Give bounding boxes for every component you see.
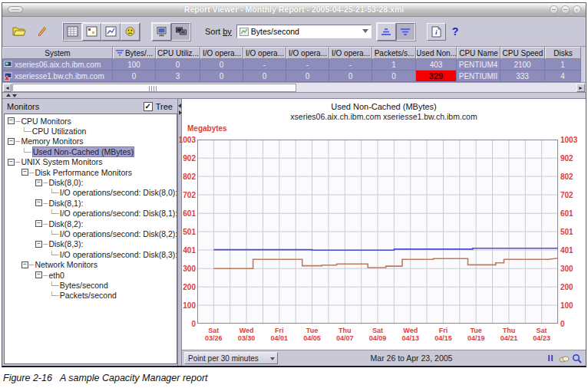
value-cell[interactable]: PENTIUMII xyxy=(457,71,500,82)
column-header-11[interactable]: Disks xyxy=(545,47,581,59)
scroll-left-icon[interactable]: ◄ xyxy=(3,84,12,92)
tree-item[interactable]: └─I/O operations/second: Disk(8,2): xyxy=(5,229,177,238)
tree-item[interactable]: └─CPU Utilization xyxy=(5,126,177,136)
value-cell[interactable]: 333 xyxy=(500,71,545,82)
column-header-6[interactable]: I/O opera... xyxy=(329,47,372,59)
column-header-9[interactable]: CPU Name xyxy=(457,47,500,59)
tree-item-label[interactable]: eth0 xyxy=(48,271,64,280)
value-cell[interactable]: PENTIUM4 xyxy=(457,59,500,71)
trend-icon[interactable]: II xyxy=(545,353,557,364)
tree-item[interactable]: └─I/O operations/second: Disk(8,3): xyxy=(5,249,177,259)
minimize-button[interactable] xyxy=(550,5,558,14)
tree-item-label[interactable]: I/O operations/second: Disk(8,2): xyxy=(60,229,177,238)
tree-item-label[interactable]: UNIX System Monitors xyxy=(21,157,102,166)
column-header-8[interactable]: Used Non... xyxy=(416,47,457,59)
tree-item[interactable]: └─Used Non-Cached (MBytes) xyxy=(5,146,177,156)
maximize-button[interactable] xyxy=(573,5,581,14)
splitter-collapse-left-icon[interactable] xyxy=(178,104,181,108)
tree-item-label[interactable]: Disk(8,2): xyxy=(48,219,83,229)
tree-item[interactable]: −─Disk(8,3): xyxy=(5,239,177,249)
value-cell[interactable]: 0 xyxy=(156,59,200,71)
table-row[interactable]: xseriesse1.bw.ch.ibm.com0300000329PENTIU… xyxy=(2,71,586,82)
tree-collapse-icon[interactable]: − xyxy=(8,117,15,124)
zoom-icon[interactable] xyxy=(571,353,583,364)
value-cell[interactable]: 403 xyxy=(416,59,457,71)
value-cell[interactable]: 0 xyxy=(329,71,372,82)
open-report-button[interactable] xyxy=(10,22,28,41)
value-cell[interactable]: 0 xyxy=(200,71,243,82)
value-cell[interactable]: 2100 xyxy=(500,59,545,71)
tree-item[interactable]: └─Packets/second xyxy=(5,291,177,301)
splitter-collapse-down-icon[interactable] xyxy=(12,94,17,97)
system-cell[interactable]: xseries06.aix.ch.ibm.com xyxy=(2,59,113,71)
combo-dropdown-arrow-icon[interactable] xyxy=(362,29,368,33)
single-system-button[interactable] xyxy=(152,23,171,41)
chart-view-button[interactable] xyxy=(101,23,121,41)
tree-item-label[interactable]: Disk(8,3): xyxy=(48,239,83,248)
value-cell[interactable]: 100 xyxy=(113,59,156,71)
report-info-button[interactable]: i xyxy=(427,23,446,41)
restore-button[interactable] xyxy=(561,5,570,14)
sort-ascending-button[interactable] xyxy=(377,23,396,41)
value-cell[interactable]: - xyxy=(329,59,372,71)
tree-item[interactable]: └─I/O operations/second: Disk(8,0): xyxy=(5,188,177,198)
value-cell[interactable]: 0 xyxy=(286,71,329,82)
value-cell[interactable]: - xyxy=(286,59,329,71)
tree-collapse-icon[interactable]: − xyxy=(35,199,42,206)
scrollbar-thumb[interactable] xyxy=(12,84,296,92)
health-view-button[interactable] xyxy=(121,23,140,41)
status-view-button[interactable] xyxy=(82,23,101,41)
column-header-2[interactable]: CPU Utiliz... xyxy=(156,47,200,59)
scroll-right-icon[interactable]: ► xyxy=(576,84,585,92)
tree-item[interactable]: −─UNIX System Monitors xyxy=(5,157,177,167)
tree-collapse-icon[interactable]: − xyxy=(21,261,28,268)
column-header-10[interactable]: CPU Speed xyxy=(500,47,545,59)
tree-item-label[interactable]: Bytes/second xyxy=(60,281,108,290)
column-header-3[interactable]: I/O opera... xyxy=(200,47,243,59)
tree-item-label[interactable]: CPU Utilization xyxy=(32,127,87,136)
tree-item-label[interactable]: I/O operations/second: Disk(8,1): xyxy=(60,209,177,218)
column-header-0[interactable]: System xyxy=(2,47,113,59)
value-cell[interactable]: 0 xyxy=(372,71,416,82)
forecast-cloud-icon[interactable] xyxy=(558,353,570,364)
tree-item[interactable]: −─Disk(8,0): xyxy=(5,177,177,187)
interval-dropdown[interactable]: Point per 30 minutes xyxy=(184,352,278,364)
tree-collapse-icon[interactable]: − xyxy=(8,138,15,145)
system-cell[interactable]: xseriesse1.bw.ch.ibm.com xyxy=(2,71,113,82)
edit-report-button[interactable] xyxy=(33,22,51,41)
multi-system-button[interactable] xyxy=(171,23,190,41)
tree-item[interactable]: −─CPU Monitors xyxy=(5,116,177,126)
column-header-1[interactable]: Bytes/... xyxy=(113,47,156,59)
tree-item[interactable]: −─Disk(8,1): xyxy=(5,198,177,208)
tree-collapse-icon[interactable]: − xyxy=(35,241,42,248)
tree-item-label-selected[interactable]: Used Non-Cached (MBytes) xyxy=(32,146,134,157)
tree-item-label[interactable]: Disk(8,1): xyxy=(48,199,83,208)
tree-item[interactable]: −─Disk(8,2): xyxy=(5,219,177,229)
tree-item[interactable]: └─Bytes/second xyxy=(5,280,177,290)
value-cell[interactable]: 0 xyxy=(243,71,286,82)
tree-item-label[interactable]: Packets/second xyxy=(60,291,117,300)
tree-collapse-icon[interactable]: − xyxy=(35,220,42,227)
help-button[interactable]: ? xyxy=(452,25,459,38)
table-tree-splitter[interactable] xyxy=(2,93,586,99)
tree-item[interactable]: −─eth0 xyxy=(5,270,177,280)
tree-collapse-icon[interactable]: − xyxy=(35,271,42,278)
tree-collapse-icon[interactable]: − xyxy=(35,179,42,186)
table-horizontal-scrollbar[interactable]: ◄ ► xyxy=(2,82,586,92)
tree-item-label[interactable]: Disk Performance Monitors xyxy=(35,168,132,177)
tree-collapse-icon[interactable]: − xyxy=(8,159,15,166)
tree-item[interactable]: −─Disk Performance Monitors xyxy=(5,167,177,177)
tree-collapse-icon[interactable]: − xyxy=(21,169,28,176)
value-cell[interactable]: 1 xyxy=(372,59,416,71)
tree-item-label[interactable]: Network Monitors xyxy=(35,260,97,269)
tree-item[interactable]: └─I/O operations/second: Disk(8,1): xyxy=(5,209,177,219)
value-cell[interactable]: 3 xyxy=(156,71,200,82)
tree-item-label[interactable]: I/O operations/second: Disk(8,0): xyxy=(60,188,177,197)
table-view-button[interactable] xyxy=(63,23,82,41)
tree-item[interactable]: −─Memory Monitors xyxy=(5,136,177,146)
value-cell[interactable]: 4 xyxy=(545,71,581,82)
table-row[interactable]: xseries06.aix.ch.ibm.com10000---1403PENT… xyxy=(2,59,586,71)
tree-item-label[interactable]: Memory Monitors xyxy=(21,136,83,146)
column-header-4[interactable]: I/O opera... xyxy=(243,47,286,59)
column-header-5[interactable]: I/O opera... xyxy=(286,47,329,59)
